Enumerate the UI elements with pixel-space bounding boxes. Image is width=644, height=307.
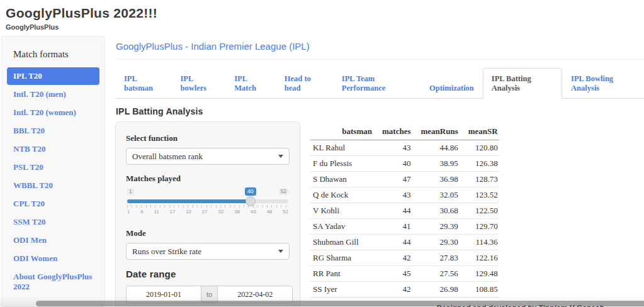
slider-tick-label: 22 <box>186 209 191 215</box>
horizontal-scrollbar[interactable] <box>36 301 644 306</box>
cell-batsman: SS Iyer <box>310 282 373 298</box>
cell-matches: 40 <box>373 156 412 172</box>
slider-tick-label: 17 <box>169 209 175 215</box>
cell-mean-runs: 26.98 <box>412 282 460 298</box>
cell-matches: 44 <box>373 235 412 250</box>
cell-mean-runs: 27.56 <box>412 266 460 282</box>
sidebar-item[interactable]: ODI Men <box>2 232 105 249</box>
app-title: GooglyPlusPlus 2022!!! <box>6 6 638 21</box>
sidebar-item[interactable]: Intl. T20 (men) <box>2 86 105 103</box>
cell-matches: 42 <box>373 282 412 298</box>
slider-fill <box>127 199 251 203</box>
table-row: Shubman Gill 44 29.30 114.36 <box>310 235 499 250</box>
tab[interactable]: IPL Batting Analysis <box>483 68 562 99</box>
cell-batsman: Q de Kock <box>310 187 373 203</box>
sidebar-heading: Match formats <box>13 49 93 60</box>
slider-min-label: 1 <box>127 188 134 195</box>
sidebar-item[interactable]: SSM T20 <box>2 213 105 231</box>
cell-mean-sr: 122.16 <box>460 250 499 266</box>
slider-tick-label: 11 <box>154 209 159 215</box>
cell-mean-sr: 114.36 <box>460 235 499 250</box>
cell-batsman: S Dhawan <box>310 172 373 187</box>
mode-dropdown[interactable]: Runs over Strike rate <box>126 243 290 260</box>
table-header-cell: matches <box>373 124 412 140</box>
main-panel: GooglyPlusPlus - Indian Premier League (… <box>105 36 644 307</box>
select-function-label: Select function <box>126 133 290 143</box>
cell-mean-sr: 128.73 <box>460 172 499 187</box>
table-row: Q de Kock 43 32.05 123.52 <box>310 187 499 203</box>
chevron-down-icon <box>278 250 283 253</box>
table-row: S Dhawan 47 36.98 128.73 <box>310 172 499 187</box>
cell-mean-sr: 129.70 <box>460 219 499 235</box>
tab[interactable]: Head to head <box>276 68 333 99</box>
slider-handle[interactable] <box>246 196 256 206</box>
slider-max-label: 52 <box>279 188 288 195</box>
match-formats-sidebar: Match formats IPL T20Intl. T20 (men)Intl… <box>1 36 105 307</box>
sidebar-nav: IPL T20Intl. T20 (men)Intl. T20 (women)B… <box>2 67 105 296</box>
cell-mean-runs: 32.05 <box>412 187 460 203</box>
table-header-cell: meanRuns <box>412 124 460 140</box>
cell-mean-runs: 38.95 <box>412 156 460 172</box>
tab[interactable]: IPL Bowling Analysis <box>562 68 644 99</box>
divider <box>115 59 644 60</box>
matches-played-slider[interactable]: 1 52 40 16111722273238434852 <box>127 188 288 226</box>
select-function-value: Overall batsmen rank <box>132 152 203 162</box>
slider-tick-label: 27 <box>202 209 208 215</box>
cell-mean-sr: 123.52 <box>460 187 499 203</box>
tab[interactable]: IPL batsman <box>115 68 171 99</box>
table-row: RG Sharma 42 27.83 122.16 <box>310 250 499 266</box>
matches-played-label: Matches played <box>126 174 290 184</box>
cell-mean-runs: 30.68 <box>412 203 460 219</box>
tab[interactable]: Optimization <box>421 77 483 99</box>
sidebar-item[interactable]: ODI Women <box>2 250 105 267</box>
slider-tick-label: 1 <box>127 209 130 215</box>
sidebar-item[interactable]: WBBL T20 <box>2 177 105 194</box>
slider-tick-label: 43 <box>251 209 256 215</box>
cell-matches: 47 <box>373 172 412 187</box>
cell-batsman: SA Yadav <box>310 219 373 235</box>
date-range-label: Date range <box>126 269 290 279</box>
table-row: SS Iyer 42 26.98 108.85 <box>310 282 499 298</box>
chevron-down-icon <box>278 155 283 158</box>
cell-matches: 43 <box>373 140 412 156</box>
cell-mean-sr: 108.85 <box>460 282 499 298</box>
controls-panel: Select function Overall batsmen rank Mat… <box>115 121 300 307</box>
tab[interactable]: IPL Match <box>225 68 276 99</box>
app-subtitle: GooglyPlusPlus <box>6 23 638 31</box>
cell-batsman: RG Sharma <box>310 250 373 266</box>
sidebar-item[interactable]: PSL T20 <box>2 159 105 176</box>
cell-mean-sr: 122.50 <box>460 203 499 219</box>
cell-matches: 42 <box>373 250 412 266</box>
slider-tick-label: 52 <box>283 209 288 215</box>
sidebar-item[interactable]: Intl. T20 (women) <box>2 104 105 121</box>
mode-value: Runs over Strike rate <box>132 247 201 257</box>
table-row: F du Plessis 40 38.95 126.38 <box>310 156 499 172</box>
cell-batsman: KL Rahul <box>310 140 373 156</box>
slider-tick-label: 38 <box>234 209 240 215</box>
sidebar-item[interactable]: IPL T20 <box>7 67 99 85</box>
table-row: KL Rahul 43 44.86 120.80 <box>310 140 499 156</box>
cell-batsman: V Kohli <box>310 203 373 219</box>
select-function-dropdown[interactable]: Overall batsmen rank <box>126 148 290 165</box>
slider-tick-labels: 16111722273238434852 <box>127 209 288 215</box>
slider-track[interactable] <box>127 199 288 203</box>
cell-mean-sr: 120.80 <box>460 140 499 156</box>
sidebar-item[interactable]: About GooglyPlusPlus 2022 <box>2 268 105 296</box>
slider-value-badge: 40 <box>245 187 256 196</box>
cell-matches: 41 <box>373 219 412 235</box>
sidebar-item[interactable]: NTB T20 <box>2 140 105 158</box>
tab[interactable]: IPL Team Performance <box>333 68 421 99</box>
sidebar-item[interactable]: CPL T20 <box>2 195 105 213</box>
tab-bar: IPL batsmanIPL bowlersIPL MatchHead to h… <box>115 67 644 99</box>
slider-tick-label: 32 <box>218 209 223 215</box>
cell-batsman: Shubman Gill <box>310 235 373 250</box>
cell-mean-runs: 44.86 <box>412 140 460 156</box>
table-header-row: batsmanmatchesmeanRunsmeanSR <box>310 124 499 140</box>
cell-matches: 45 <box>373 266 412 282</box>
sidebar-item[interactable]: BBL T20 <box>2 122 105 140</box>
slider-tick-label: 48 <box>266 209 272 215</box>
slider-tick-label: 6 <box>140 209 143 215</box>
tab[interactable]: IPL bowlers <box>171 68 225 99</box>
cell-batsman: RR Pant <box>310 266 373 282</box>
cell-mean-runs: 29.30 <box>412 235 460 250</box>
